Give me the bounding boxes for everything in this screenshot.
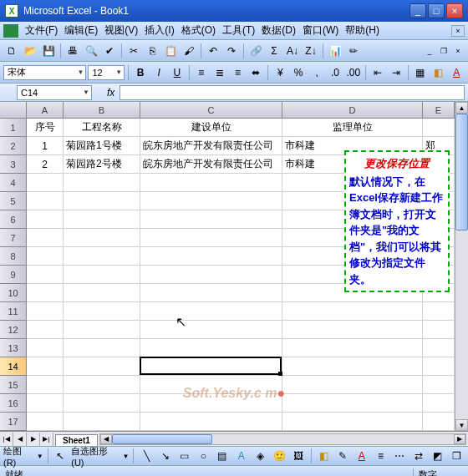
cell-C10[interactable] [140,284,282,302]
cell-B14[interactable] [64,357,140,376]
arrow-icon[interactable]: ↘ [157,448,174,464]
sheet-tab-1[interactable]: Sheet1 [55,434,98,446]
font-color-icon[interactable]: A [448,64,465,81]
cell-E1[interactable] [423,119,455,137]
cell-C13[interactable] [140,339,282,357]
row-head-11[interactable]: 11 [0,302,27,321]
menu-window[interactable]: 窗口(W) [299,22,342,39]
row-head-13[interactable]: 13 [0,339,27,357]
row-head-2[interactable]: 2 [0,137,27,155]
row-head-8[interactable]: 8 [0,247,27,266]
cell-E12[interactable] [423,321,455,339]
formula-input[interactable] [120,85,465,100]
cell-C4[interactable] [140,174,282,192]
cell-C16[interactable] [140,394,282,413]
cell-A13[interactable] [27,339,64,357]
bold-icon[interactable]: B [132,64,149,81]
cell-B17[interactable] [64,413,140,431]
clipart-icon[interactable]: 🙂 [271,448,287,464]
cell-E15[interactable] [423,376,455,394]
scroll-down-icon[interactable]: ▼ [455,419,468,431]
cell-C17[interactable] [140,413,282,431]
cell-A3[interactable]: 2 [27,155,64,174]
cell-C11[interactable] [140,302,282,321]
cell-C1[interactable]: 建设单位 [140,119,282,137]
name-box[interactable]: C14▼ [17,85,92,100]
cell-E17[interactable] [423,413,455,431]
cell-C3[interactable]: 皖东房地产开发有限责任公司 [140,155,282,174]
row-head-5[interactable]: 5 [0,192,27,210]
sum-icon[interactable]: Σ [266,43,282,59]
excel-doc-icon[interactable] [3,24,18,38]
cell-D14[interactable] [282,357,423,376]
new-icon[interactable]: 🗋 [3,43,20,59]
textbox-icon[interactable]: ▤ [214,448,231,464]
maximize-button[interactable]: □ [428,3,445,18]
cell-A5[interactable] [27,192,64,210]
scroll-thumb[interactable] [455,114,468,230]
line-icon[interactable]: ╲ [138,448,155,464]
minimize-button[interactable]: _ [410,3,426,18]
undo-icon[interactable]: ↶ [205,43,221,59]
cell-A15[interactable] [27,376,64,394]
currency-icon[interactable]: ¥ [272,64,288,81]
cell-B2[interactable]: 菊园路1号楼 [64,137,140,155]
cell-B15[interactable] [64,376,140,394]
increase-decimal-icon[interactable]: .0 [327,64,343,81]
menu-view[interactable]: 视图(V) [101,22,141,39]
align-center-icon[interactable]: ≣ [211,64,228,81]
menu-file[interactable]: 文件(F) [22,22,61,39]
indent-right-icon[interactable]: ⇥ [388,64,404,81]
menu-help[interactable]: 帮助(H) [342,22,383,39]
italic-icon[interactable]: I [150,64,167,81]
fill-color-icon[interactable]: ◧ [430,64,446,81]
cell-C7[interactable] [140,229,282,247]
cut-icon[interactable]: ✂ [125,43,142,59]
row-head-4[interactable]: 4 [0,174,27,192]
font-size-select[interactable]: 12▼ [88,65,125,80]
cell-B6[interactable] [64,210,140,229]
cell-B7[interactable] [64,229,140,247]
sort-asc-icon[interactable]: A↓ [284,43,301,59]
scroll-right-icon[interactable]: ▶ [454,434,465,444]
copy-icon[interactable]: ⎘ [144,43,160,59]
cell-C8[interactable] [140,247,282,266]
cell-B16[interactable] [64,394,140,413]
decrease-decimal-icon[interactable]: .00 [345,64,362,81]
cell-C14[interactable] [140,357,282,376]
tab-first-icon[interactable]: |◀ [0,433,13,446]
autoshapes-menu[interactable]: 自选图形(U) [71,445,120,468]
row-head-1[interactable]: 1 [0,119,27,137]
cell-B3[interactable]: 菊园路2号楼 [64,155,140,174]
cell-A12[interactable] [27,321,64,339]
cell-C5[interactable] [140,192,282,210]
row-head-6[interactable]: 6 [0,210,27,229]
align-right-icon[interactable]: ≡ [230,64,247,81]
open-icon[interactable]: 📂 [22,43,38,59]
cell-D15[interactable] [282,376,423,394]
row-head-7[interactable]: 7 [0,229,27,247]
picture-icon[interactable]: 🖼 [290,448,307,464]
cell-A9[interactable] [27,266,64,284]
font-name-select[interactable]: 宋体▼ [3,65,86,80]
cell-A6[interactable] [27,210,64,229]
cell-C6[interactable] [140,210,282,229]
doc-restore-button[interactable]: ❐ [437,45,450,57]
paste-icon[interactable]: 📋 [162,43,179,59]
row-head-14[interactable]: 14 [0,357,27,376]
font-color2-icon[interactable]: A [354,448,370,464]
cell-A4[interactable] [27,174,64,192]
col-head-A[interactable]: A [27,102,64,119]
doc-menu-close-icon[interactable]: × [451,25,465,37]
cell-E13[interactable] [423,339,455,357]
menu-edit[interactable]: 编辑(E) [61,22,101,39]
col-head-E[interactable]: E [423,102,455,119]
preview-icon[interactable]: 🔍 [83,43,99,59]
col-head-C[interactable]: C [140,102,282,119]
cell-D12[interactable] [282,321,423,339]
comma-icon[interactable]: , [308,64,325,81]
tab-next-icon[interactable]: ▶ [27,433,40,446]
col-head-B[interactable]: B [64,102,140,119]
cell-A16[interactable] [27,394,64,413]
spell-icon[interactable]: ✔ [101,43,118,59]
